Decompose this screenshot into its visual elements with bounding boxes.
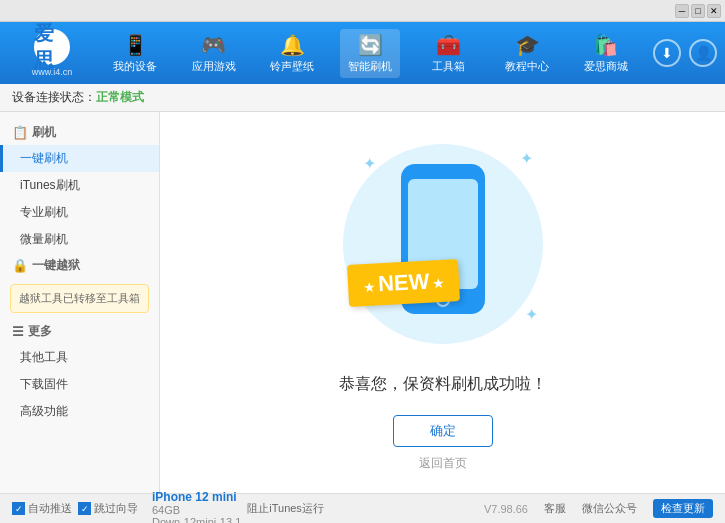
- success-text: 恭喜您，保资料刷机成功啦！: [339, 374, 547, 395]
- sidebar-item-one-click-flash[interactable]: 一键刷机: [0, 145, 159, 172]
- flash-section-icon: 📋: [12, 125, 28, 140]
- ringtones-icon: 🔔: [280, 33, 305, 57]
- mall-icon: 🛍️: [593, 33, 618, 57]
- footer-link-update[interactable]: 检查更新: [653, 499, 713, 518]
- footer-right: V7.98.66 客服 微信公众号 检查更新: [484, 499, 713, 518]
- title-bar: ─ □ ✕: [0, 0, 725, 22]
- flash-section-label: 刷机: [32, 124, 56, 141]
- nav-label-smart-flash: 智能刷机: [348, 59, 392, 74]
- download-btn[interactable]: ⬇: [653, 39, 681, 67]
- footer-left: ✓ 自动推送 ✓ 跳过向导 iPhone 12 mini 64GB Down-1…: [12, 490, 484, 524]
- jailbreak-section-icon: 🔒: [12, 258, 28, 273]
- jailbreak-section-label: 一键越狱: [32, 257, 80, 274]
- more-section-icon: ☰: [12, 324, 24, 339]
- phone-illustration: ✦ ✦ ✦ NEW: [333, 134, 553, 354]
- auto-send-checkbox-box: ✓: [12, 502, 25, 515]
- logo-icon: 爱思: [34, 20, 70, 74]
- content-area: ✦ ✦ ✦ NEW 恭喜您，保资料刷机成功啦！ 确定 返回首页: [160, 112, 725, 493]
- footer-version: V7.98.66: [484, 503, 528, 515]
- footer-link-support[interactable]: 客服: [544, 501, 566, 516]
- sidebar: 📋 刷机 一键刷机 iTunes刷机 专业刷机 微量刷机 🔒 一键越狱 越狱工具…: [0, 112, 160, 493]
- nav-item-toolbox[interactable]: 🧰 工具箱: [419, 29, 479, 78]
- back-home-link[interactable]: 返回首页: [419, 455, 467, 472]
- skip-wizard-checkbox-box: ✓: [78, 502, 91, 515]
- sparkle-tl: ✦: [363, 154, 376, 173]
- nav-item-ringtones[interactable]: 🔔 铃声壁纸: [262, 29, 322, 78]
- sidebar-section-flash: 📋 刷机: [0, 120, 159, 145]
- sparkle-br: ✦: [525, 305, 538, 324]
- main-area: 📋 刷机 一键刷机 iTunes刷机 专业刷机 微量刷机 🔒 一键越狱 越狱工具…: [0, 112, 725, 493]
- user-btn[interactable]: 👤: [689, 39, 717, 67]
- auto-send-checkbox[interactable]: ✓ 自动推送: [12, 501, 72, 516]
- nav-item-apps-games[interactable]: 🎮 应用游戏: [184, 29, 244, 78]
- device-name: iPhone 12 mini: [152, 490, 241, 504]
- status-value: 正常模式: [96, 89, 144, 106]
- more-section-label: 更多: [28, 323, 52, 340]
- sidebar-item-itunes-flash[interactable]: iTunes刷机: [0, 172, 159, 199]
- nav-item-mall[interactable]: 🛍️ 爱思商城: [576, 29, 636, 78]
- nav-item-smart-flash[interactable]: 🔄 智能刷机: [340, 29, 400, 78]
- itunes-notice: 阻止iTunes运行: [247, 501, 324, 516]
- header-right: ⬇ 👤: [653, 39, 717, 67]
- nav-label-mall: 爱思商城: [584, 59, 628, 74]
- status-prefix: 设备连接状态：: [12, 89, 96, 106]
- skip-wizard-label: 跳过向导: [94, 501, 138, 516]
- smart-flash-icon: 🔄: [358, 33, 383, 57]
- logo-circle: 爱思: [34, 29, 70, 65]
- nav-label-tutorial: 教程中心: [505, 59, 549, 74]
- logo-area[interactable]: 爱思 www.i4.cn: [8, 29, 96, 77]
- skip-wizard-checkbox[interactable]: ✓ 跳过向导: [78, 501, 138, 516]
- nav-items: 📱 我的设备 🎮 应用游戏 🔔 铃声壁纸 🔄 智能刷机 🧰 工具箱 🎓 教程中心…: [96, 29, 645, 78]
- device-model: Down-12mini-13.1: [152, 516, 241, 524]
- my-device-icon: 📱: [123, 33, 148, 57]
- status-bar: 设备连接状态： 正常模式: [0, 84, 725, 112]
- sidebar-item-pro-flash[interactable]: 专业刷机: [0, 199, 159, 226]
- nav-label-apps-games: 应用游戏: [192, 59, 236, 74]
- jailbreak-notice: 越狱工具已转移至工具箱: [10, 284, 149, 313]
- footer-link-wechat[interactable]: 微信公众号: [582, 501, 637, 516]
- nav-item-tutorial[interactable]: 🎓 教程中心: [497, 29, 557, 78]
- minimize-btn[interactable]: ─: [675, 4, 689, 18]
- nav-label-toolbox: 工具箱: [432, 59, 465, 74]
- sidebar-item-mini-flash[interactable]: 微量刷机: [0, 226, 159, 253]
- close-btn[interactable]: ✕: [707, 4, 721, 18]
- footer-device: iPhone 12 mini 64GB Down-12mini-13.1: [152, 490, 241, 524]
- logo-text: www.i4.cn: [32, 67, 73, 77]
- sidebar-section-more: ☰ 更多: [0, 319, 159, 344]
- tutorial-icon: 🎓: [515, 33, 540, 57]
- sidebar-item-advanced[interactable]: 高级功能: [0, 398, 159, 425]
- auto-send-label: 自动推送: [28, 501, 72, 516]
- sidebar-item-download-firmware[interactable]: 下载固件: [0, 371, 159, 398]
- toolbox-icon: 🧰: [436, 33, 461, 57]
- sidebar-item-other-tools[interactable]: 其他工具: [0, 344, 159, 371]
- nav-label-ringtones: 铃声壁纸: [270, 59, 314, 74]
- nav-label-my-device: 我的设备: [113, 59, 157, 74]
- sidebar-section-jailbreak: 🔒 一键越狱: [0, 253, 159, 278]
- confirm-button[interactable]: 确定: [393, 415, 493, 447]
- footer: ✓ 自动推送 ✓ 跳过向导 iPhone 12 mini 64GB Down-1…: [0, 493, 725, 523]
- sparkle-tr: ✦: [520, 149, 533, 168]
- nav-item-my-device[interactable]: 📱 我的设备: [105, 29, 165, 78]
- device-storage: 64GB: [152, 504, 241, 516]
- new-badge: NEW: [346, 259, 459, 307]
- apps-games-icon: 🎮: [201, 33, 226, 57]
- maximize-btn[interactable]: □: [691, 4, 705, 18]
- header: 爱思 www.i4.cn 📱 我的设备 🎮 应用游戏 🔔 铃声壁纸 🔄 智能刷机…: [0, 22, 725, 84]
